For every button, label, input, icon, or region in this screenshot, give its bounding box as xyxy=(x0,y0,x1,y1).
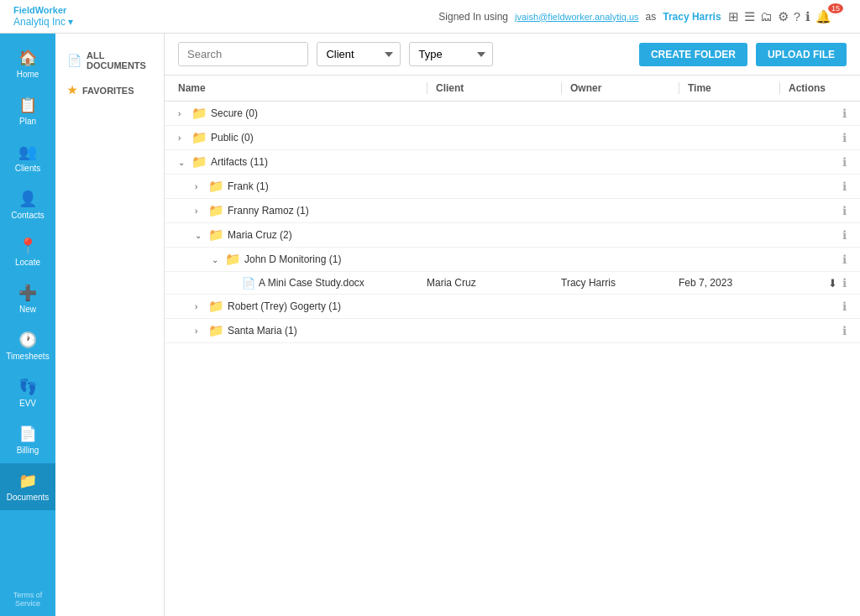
file1-time: Feb 7, 2023 xyxy=(679,277,779,289)
folder-maria-icon: 📁 xyxy=(208,227,224,243)
label-john: John D Monitoring (1) xyxy=(244,253,341,265)
info-john[interactable]: ℹ xyxy=(842,253,847,266)
chevron-robert: › xyxy=(195,302,205,311)
app-brand: FieldWorker xyxy=(13,5,73,16)
row-frank[interactable]: › 📁 Frank (1) ℹ xyxy=(165,175,860,199)
info-secure[interactable]: ℹ xyxy=(842,107,847,120)
chevron-frank: › xyxy=(195,182,205,191)
file1-owner: Tracy Harris xyxy=(561,277,679,289)
col-time: Time xyxy=(679,82,779,94)
client-dropdown[interactable]: Client All Clients xyxy=(317,42,401,66)
row-artifacts[interactable]: ⌄ 📁 Artifacts (11) ℹ xyxy=(165,150,860,175)
sidebar-label-clients: Clients xyxy=(15,164,41,173)
label-santa: Santa Maria (1) xyxy=(228,325,297,337)
row-secure[interactable]: › 📁 Secure (0) ℹ xyxy=(165,102,860,126)
type-dropdown[interactable]: Type All Types xyxy=(409,42,493,66)
info-santa[interactable]: ℹ xyxy=(842,324,847,337)
info-file1[interactable]: ℹ xyxy=(842,276,847,290)
label-franny: Franny Ramoz (1) xyxy=(228,205,309,217)
sidebar-label-timesheets: Timesheets xyxy=(6,352,49,361)
folder-santa-icon: 📁 xyxy=(208,323,224,338)
info-robert[interactable]: ℹ xyxy=(842,300,847,313)
help-icon[interactable]: ? xyxy=(794,9,800,23)
chevron-franny: › xyxy=(195,206,205,216)
timesheets-icon: 🕐 xyxy=(18,331,37,349)
info-maria[interactable]: ℹ xyxy=(842,228,847,242)
sidebar-item-locate[interactable]: 📍 Locate xyxy=(0,228,55,275)
user-name: Tracy Harris xyxy=(663,11,721,23)
info-artifacts[interactable]: ℹ xyxy=(842,155,847,169)
chevron-artifacts: ⌄ xyxy=(178,158,188,167)
sidebar-item-documents[interactable]: 📁 Documents xyxy=(0,463,55,510)
sidebar-label-new: New xyxy=(19,305,36,314)
chevron-secure: › xyxy=(178,109,188,118)
billing-icon: 📄 xyxy=(18,425,37,443)
list-icon[interactable]: ☰ xyxy=(744,9,755,24)
col-name: Name xyxy=(178,82,427,94)
label-frank: Frank (1) xyxy=(228,180,269,192)
row-public[interactable]: › 📁 Public (0) ℹ xyxy=(165,126,860,150)
contacts-icon: 👤 xyxy=(18,190,37,208)
evv-icon: 👣 xyxy=(18,378,37,396)
row-john[interactable]: ⌄ 📁 John D Monitoring (1) ℹ xyxy=(165,248,860,272)
app-company[interactable]: Analytiq Inc ▾ xyxy=(13,16,73,28)
sidebar-item-contacts[interactable]: 👤 Contacts xyxy=(0,181,55,228)
row-file1-name: › 📄 A Mini Case Study.docx xyxy=(178,277,427,290)
chevron-maria: ⌄ xyxy=(195,231,205,240)
row-franny-name: › 📁 Franny Ramoz (1) xyxy=(178,203,427,218)
folder-public-icon: 📁 xyxy=(191,130,207,145)
folder-artifacts-icon: 📁 xyxy=(191,154,207,170)
favorites-item[interactable]: ★ FAVORITES xyxy=(55,77,164,103)
sidebar-item-clients[interactable]: 👥 Clients xyxy=(0,134,55,181)
content-inner: 📄 ALL DOCUMENTS ★ FAVORITES 🔍 xyxy=(55,34,860,616)
label-maria: Maria Cruz (2) xyxy=(228,229,292,241)
user-email[interactable]: jvaish@fieldworker.analytiq.us xyxy=(515,12,639,22)
row-robert[interactable]: › 📁 Robert (Trey) Gogerty (1) ℹ xyxy=(165,295,860,319)
sidebar-item-home[interactable]: 🏠 Home xyxy=(0,40,55,87)
sidebar-item-evv[interactable]: 👣 EVV xyxy=(0,369,55,416)
info-franny[interactable]: ℹ xyxy=(842,204,847,217)
notification-badge: 15 xyxy=(828,3,843,13)
chevron-john: ⌄ xyxy=(212,255,222,264)
row-artifacts-name: ⌄ 📁 Artifacts (11) xyxy=(178,154,427,170)
row-john-name: ⌄ 📁 John D Monitoring (1) xyxy=(178,252,427,267)
row-robert-name: › 📁 Robert (Trey) Gogerty (1) xyxy=(178,299,427,314)
row-santa[interactable]: › 📁 Santa Maria (1) ℹ xyxy=(165,319,860,343)
topbar: FieldWorker Analytiq Inc ▾ Signed In usi… xyxy=(0,0,860,34)
favorites-icon: ★ xyxy=(67,84,77,97)
file1-doc-icon: 📄 xyxy=(242,277,255,290)
row-franny[interactable]: › 📁 Franny Ramoz (1) ℹ xyxy=(165,199,860,223)
signed-in-text: Signed In using xyxy=(438,11,508,23)
download-file1[interactable]: ⬇ xyxy=(828,277,837,290)
row-file1[interactable]: › 📄 A Mini Case Study.docx Maria Cruz Tr… xyxy=(165,272,860,295)
new-icon: ➕ xyxy=(18,284,37,302)
as-text: as xyxy=(646,11,657,23)
row-public-name: › 📁 Public (0) xyxy=(178,130,427,145)
label-artifacts: Artifacts (11) xyxy=(211,156,268,168)
sidebar-label-billing: Billing xyxy=(17,446,39,455)
info-public[interactable]: ℹ xyxy=(842,131,847,144)
sidebar-item-timesheets[interactable]: 🕐 Timesheets xyxy=(0,322,55,369)
search-input[interactable] xyxy=(179,43,308,65)
clients-icon: 👥 xyxy=(18,143,37,161)
create-folder-button[interactable]: CREATE FOLDER xyxy=(639,43,747,66)
sidebar-item-plan[interactable]: 📋 Plan xyxy=(0,87,55,134)
info-icon[interactable]: ℹ xyxy=(805,9,810,24)
sidebar-item-new[interactable]: ➕ New xyxy=(0,275,55,322)
sidebar-item-billing[interactable]: 📄 Billing xyxy=(0,416,55,463)
settings-icon[interactable]: ⚙ xyxy=(778,9,789,24)
table-area: Name Client Owner Time xyxy=(165,76,860,616)
upload-file-button[interactable]: UPLOAD FILE xyxy=(756,43,847,66)
sidebar: 🏠 Home 📋 Plan 👥 Clients 👤 Contacts 📍 Loc… xyxy=(0,34,55,616)
grid-icon[interactable]: ⊞ xyxy=(728,9,739,24)
locate-icon: 📍 xyxy=(18,237,37,255)
info-frank[interactable]: ℹ xyxy=(842,180,847,193)
plan-icon: 📋 xyxy=(18,96,37,114)
terms-of-service[interactable]: Terms of Service xyxy=(0,582,55,616)
topbar-icons: ⊞ ☰ 🗂 ⚙ ? ℹ 🔔15 xyxy=(728,9,847,24)
row-maria[interactable]: ⌄ 📁 Maria Cruz (2) ℹ xyxy=(165,223,860,248)
folder-icon[interactable]: 🗂 xyxy=(760,9,773,23)
bell-icon[interactable]: 🔔15 xyxy=(815,9,847,24)
all-documents-item[interactable]: 📄 ALL DOCUMENTS xyxy=(55,44,164,77)
sidebar-label-documents: Documents xyxy=(7,493,50,502)
